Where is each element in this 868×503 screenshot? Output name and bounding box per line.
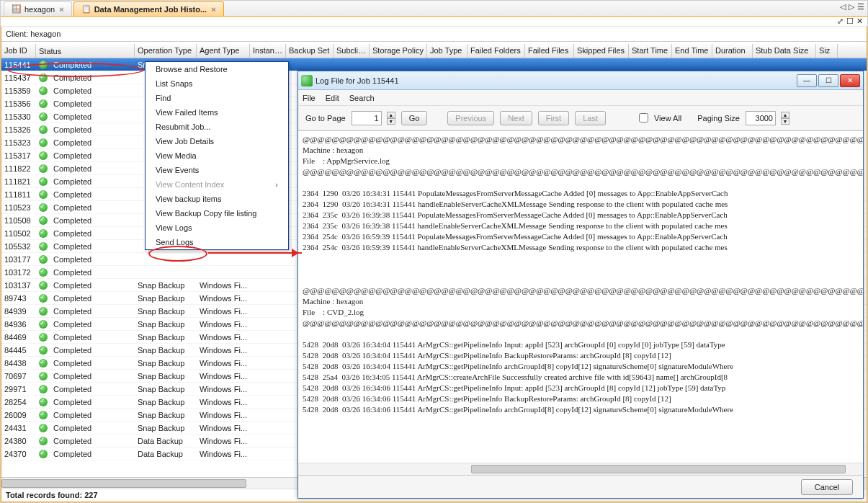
menu-item[interactable]: View Media bbox=[146, 148, 288, 163]
view-all-label: View All bbox=[654, 114, 681, 123]
column-header[interactable]: Job Type bbox=[427, 44, 467, 58]
check-icon bbox=[39, 398, 48, 406]
check-icon bbox=[39, 450, 48, 458]
log-body[interactable]: @@@@@@@@@@@@@@@@@@@@@@@@@@@@@@@@@@@@@@@@… bbox=[298, 130, 863, 463]
check-icon bbox=[39, 177, 48, 186]
check-icon bbox=[39, 255, 48, 264]
column-header[interactable]: Skipped Files bbox=[574, 44, 629, 58]
check-icon bbox=[39, 411, 48, 419]
check-icon bbox=[39, 294, 48, 303]
window-title: Log File for Job 115441 bbox=[316, 76, 797, 85]
check-icon bbox=[39, 320, 48, 329]
column-header[interactable]: Status bbox=[36, 44, 135, 58]
menu-item[interactable]: View Events bbox=[146, 163, 288, 177]
check-icon bbox=[39, 268, 48, 277]
table-row[interactable]: 115441CompletedSnap BackupWindows Fi... bbox=[1, 58, 867, 71]
check-icon bbox=[39, 216, 48, 225]
menu-item[interactable]: Browse and Restore bbox=[146, 62, 288, 76]
check-icon bbox=[39, 424, 48, 432]
column-header[interactable]: Operation Type bbox=[135, 44, 197, 58]
column-header[interactable]: Stub Data Size bbox=[753, 44, 816, 58]
menu-item[interactable]: View Job Details bbox=[146, 134, 288, 148]
tab-label: hexagon bbox=[24, 5, 55, 14]
menu-item[interactable]: View Backup Copy file listing bbox=[146, 206, 288, 221]
cancel-button[interactable]: Cancel bbox=[801, 479, 853, 495]
column-header[interactable]: Start Time bbox=[629, 44, 672, 58]
check-icon bbox=[39, 190, 48, 199]
menu-item[interactable]: Send Logs bbox=[146, 235, 288, 249]
maximize-button[interactable]: ☐ bbox=[818, 74, 838, 87]
restore-icon[interactable]: ⤢ bbox=[837, 17, 844, 26]
paging-spinner[interactable]: ▲▼ bbox=[781, 112, 789, 125]
button-bar: Cancel bbox=[298, 475, 863, 498]
column-header[interactable]: Duration bbox=[712, 44, 753, 58]
nav-menu-icon[interactable]: ☰ bbox=[857, 2, 864, 12]
check-icon bbox=[39, 307, 48, 316]
close-button[interactable]: ✕ bbox=[840, 74, 860, 87]
column-header[interactable]: Failed Files bbox=[525, 44, 574, 58]
column-header[interactable]: Backup Set bbox=[286, 44, 334, 58]
column-header[interactable]: Failed Folders bbox=[467, 44, 525, 58]
check-icon bbox=[39, 164, 48, 173]
windows-icon: 🪟 bbox=[12, 4, 22, 14]
menu-item[interactable]: View Logs bbox=[146, 221, 288, 235]
scroll-thumb[interactable] bbox=[471, 465, 846, 473]
nav-left-icon[interactable]: ◁ bbox=[840, 2, 846, 12]
nav-right-icon[interactable]: ▷ bbox=[849, 2, 854, 12]
log-toolbar: Go to Page ▲▼ Go Previous Next First Las… bbox=[298, 106, 863, 130]
view-all-checkbox[interactable] bbox=[639, 113, 648, 123]
window-controls: — ☐ ✕ bbox=[797, 74, 860, 87]
menu-item[interactable]: List Snaps bbox=[146, 76, 288, 91]
menu-search[interactable]: Search bbox=[349, 94, 375, 102]
column-header[interactable]: Storage Policy bbox=[370, 44, 427, 58]
check-icon bbox=[39, 99, 48, 108]
log-window: Log File for Job 115441 — ☐ ✕ File Edit … bbox=[297, 71, 864, 499]
column-header[interactable]: Job ID bbox=[1, 44, 36, 58]
menu-file[interactable]: File bbox=[303, 94, 316, 102]
menu-item: View Content Index bbox=[146, 177, 288, 192]
maximize-icon[interactable]: ☐ bbox=[846, 17, 854, 26]
close-icon[interactable]: × bbox=[211, 5, 215, 14]
check-icon bbox=[39, 359, 48, 368]
menu-item[interactable]: View Failed Items bbox=[146, 105, 288, 120]
page-input[interactable] bbox=[352, 111, 382, 125]
check-icon bbox=[39, 229, 48, 238]
menu-edit[interactable]: Edit bbox=[326, 94, 339, 102]
check-icon bbox=[39, 437, 48, 445]
column-header[interactable]: Subclient bbox=[334, 44, 370, 58]
history-icon: 📋 bbox=[81, 4, 91, 14]
last-button[interactable]: Last bbox=[575, 111, 606, 125]
close-icon[interactable]: × bbox=[59, 5, 63, 14]
page-spinner[interactable]: ▲▼ bbox=[387, 112, 395, 125]
mini-toolbar: ⤢ ☐ ✕ bbox=[1, 17, 867, 27]
column-header[interactable]: Instance bbox=[250, 44, 286, 58]
column-header[interactable]: Agent Type bbox=[197, 44, 250, 58]
goto-page-label: Go to Page bbox=[305, 114, 346, 123]
check-icon bbox=[39, 203, 48, 212]
paging-size-input[interactable] bbox=[746, 111, 776, 125]
title-bar[interactable]: Log File for Job 115441 — ☐ ✕ bbox=[298, 71, 863, 90]
menu-item[interactable]: View backup items bbox=[146, 192, 288, 206]
scroll-thumb[interactable] bbox=[1, 479, 246, 488]
tab-job-history[interactable]: 📋 Data Management Job Histo... × bbox=[73, 1, 224, 16]
next-button[interactable]: Next bbox=[500, 111, 532, 125]
close-pane-icon[interactable]: ✕ bbox=[856, 17, 863, 26]
minimize-button[interactable]: — bbox=[797, 74, 817, 87]
first-button[interactable]: First bbox=[538, 111, 569, 125]
annotation-arrow bbox=[208, 252, 302, 254]
go-button[interactable]: Go bbox=[401, 111, 428, 125]
paging-size-label: Paging Size bbox=[697, 114, 740, 123]
check-icon bbox=[39, 346, 48, 355]
check-icon bbox=[39, 151, 48, 160]
column-header[interactable]: End Time bbox=[672, 44, 712, 58]
app-icon bbox=[301, 75, 313, 86]
client-bar: Client: hexagon bbox=[1, 27, 867, 42]
check-icon bbox=[39, 86, 48, 95]
log-horizontal-scrollbar[interactable] bbox=[298, 463, 863, 475]
check-icon bbox=[39, 138, 48, 147]
menu-item[interactable]: Resubmit Job... bbox=[146, 120, 288, 134]
column-header[interactable]: Siz bbox=[816, 44, 838, 58]
tab-hexagon[interactable]: 🪟 hexagon × bbox=[4, 1, 72, 16]
menu-item[interactable]: Find bbox=[146, 91, 288, 105]
previous-button[interactable]: Previous bbox=[447, 111, 494, 125]
